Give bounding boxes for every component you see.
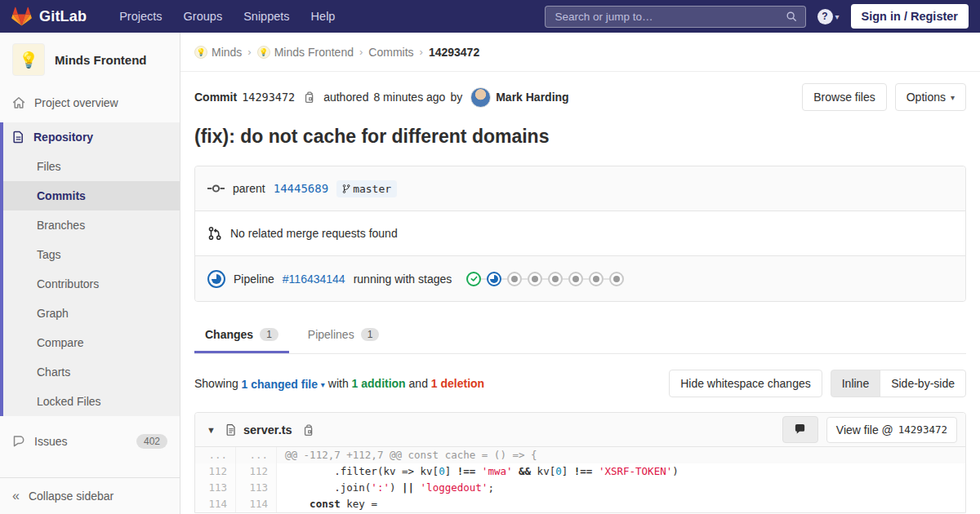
- branch-name: master: [353, 183, 391, 195]
- copy-commit-sha-button[interactable]: [300, 89, 318, 105]
- new-line-number[interactable]: 114: [236, 496, 277, 512]
- global-search[interactable]: [545, 6, 806, 28]
- issues-count-badge: 402: [136, 434, 167, 449]
- sign-in-button[interactable]: Sign in / Register: [851, 4, 969, 29]
- created-dot: [572, 276, 579, 282]
- nav-menu-item-help[interactable]: Help: [303, 6, 344, 27]
- help-menu[interactable]: ? ▾: [817, 9, 840, 24]
- old-line-number[interactable]: 113: [195, 480, 236, 496]
- breadcrumb-label: Minds: [212, 46, 242, 59]
- stage-connector: [583, 278, 589, 280]
- new-line-number[interactable]: ...: [236, 447, 277, 463]
- stage-icon-8-created[interactable]: [609, 272, 624, 286]
- copy-file-path-button[interactable]: [299, 422, 318, 438]
- browse-files-button[interactable]: Browse files: [802, 83, 886, 111]
- deletions-count: 1 deletion: [431, 377, 484, 390]
- breadcrumb-item-minds[interactable]: 💡Minds: [194, 46, 242, 59]
- branch-badge[interactable]: master: [336, 180, 397, 197]
- diff-stats-bar: Showing 1 changed file ▾ with 1 addition…: [194, 370, 966, 397]
- breadcrumb-item-commits[interactable]: Commits: [368, 46, 413, 59]
- sidebar-item-commits[interactable]: Commits: [3, 181, 180, 210]
- tab-changes[interactable]: Changes1: [194, 318, 289, 353]
- new-line-number[interactable]: 113: [236, 480, 277, 496]
- old-line-number[interactable]: ...: [195, 447, 236, 463]
- stage-connector: [542, 278, 548, 280]
- sidebar-item-compare[interactable]: Compare: [3, 328, 180, 357]
- stage-icon-5-created[interactable]: [548, 272, 563, 286]
- options-button[interactable]: Options ▾: [895, 83, 966, 111]
- content-area: 💡Minds›💡Minds Frontend›Commits›14293472 …: [180, 33, 980, 514]
- commit-sha: 14293472: [242, 91, 295, 104]
- gitlab-home-link[interactable]: GitLab: [11, 7, 87, 26]
- main-panel: Commit 14293472 authored 8 minutes ago b…: [180, 72, 980, 513]
- tab-label: Changes: [205, 328, 253, 341]
- nav-menu-item-groups[interactable]: Groups: [176, 6, 231, 27]
- sidebar-item-locked-files[interactable]: Locked Files: [3, 387, 180, 416]
- diff-row: ......@@ -112,7 +112,7 @@ const cache = …: [195, 447, 965, 463]
- file-collapse-caret[interactable]: ▼: [203, 425, 219, 435]
- sidebar-item-project-overview[interactable]: Project overview: [0, 88, 180, 117]
- line-content: @@ -112,7 +112,7 @@ const cache = () => …: [277, 447, 965, 463]
- stage-icon-2-running[interactable]: [487, 272, 501, 286]
- inline-button[interactable]: Inline: [831, 370, 880, 397]
- commit-actions: Browse files Options ▾: [802, 83, 966, 111]
- collapse-label: Collapse sidebar: [29, 490, 114, 503]
- stage-icon-3-created[interactable]: [507, 272, 522, 286]
- sidebar-item-files[interactable]: Files: [3, 152, 180, 181]
- nav-menu: ProjectsGroupsSnippetsHelp: [111, 6, 343, 27]
- stage-icon-7-created[interactable]: [589, 272, 604, 286]
- pipeline-link[interactable]: #116434144: [283, 273, 345, 286]
- copy-icon: [302, 423, 314, 436]
- pipeline-status-text: running with stages: [354, 273, 452, 286]
- view-file-sha: 14293472: [898, 423, 947, 436]
- sidebar-item-charts[interactable]: Charts: [3, 357, 180, 387]
- commit-info-box: parent 14445689 master: [194, 166, 966, 302]
- sidebar-item-issues[interactable]: Issues 402: [0, 426, 180, 457]
- collapse-icon: «: [12, 490, 20, 503]
- author-avatar[interactable]: [470, 87, 491, 108]
- sidebar-item-contributors[interactable]: Contributors: [3, 269, 180, 299]
- nav-menu-item-projects[interactable]: Projects: [111, 6, 170, 27]
- tab-pipelines[interactable]: Pipelines1: [297, 318, 390, 353]
- commit-parent-row: parent 14445689 master: [195, 166, 965, 211]
- stage-icon-1-success[interactable]: [466, 272, 481, 286]
- sidebar-project[interactable]: 💡 Minds Frontend: [0, 33, 180, 88]
- sidebar-item-branches[interactable]: Branches: [3, 210, 180, 240]
- stage-icon-6-created[interactable]: [568, 272, 583, 286]
- issues-icon: [12, 435, 25, 448]
- breadcrumb: 💡Minds›💡Minds Frontend›Commits›14293472: [180, 33, 980, 72]
- commit-title: (fix): do not cache for different domain…: [194, 126, 966, 148]
- sidebar-item-repository[interactable]: Repository: [3, 122, 180, 152]
- parent-label: parent: [233, 182, 265, 195]
- side-by-side-button[interactable]: Side-by-side: [880, 370, 966, 397]
- parent-sha-link[interactable]: 14445689: [274, 182, 328, 195]
- diff-stats-text: Showing 1 changed file ▾ with 1 addition…: [194, 376, 484, 391]
- file-name[interactable]: server.ts: [243, 423, 292, 436]
- sidebar-item-label: Project overview: [34, 96, 118, 109]
- hide-whitespace-button[interactable]: Hide whitespace changes: [669, 370, 822, 397]
- created-dot: [552, 276, 559, 282]
- changed-files-dropdown[interactable]: 1 changed file ▾: [242, 377, 325, 390]
- view-file-button[interactable]: View file @ 14293472: [826, 417, 957, 443]
- pipeline-status-icon[interactable]: [207, 270, 225, 288]
- tab-count-badge: 1: [260, 328, 278, 341]
- collapse-sidebar-button[interactable]: « Collapse sidebar: [0, 477, 180, 514]
- pipeline-mini-graph: [466, 272, 624, 286]
- stage-connector: [563, 278, 568, 280]
- stage-icon-4-created[interactable]: [528, 272, 542, 286]
- new-line-number[interactable]: 112: [236, 463, 277, 480]
- old-line-number[interactable]: 114: [195, 496, 236, 512]
- breadcrumb-item-minds-frontend[interactable]: 💡Minds Frontend: [257, 46, 354, 59]
- by-label: by: [450, 91, 462, 104]
- author-name[interactable]: Mark Harding: [496, 91, 568, 104]
- sidebar-item-graph[interactable]: Graph: [3, 299, 180, 328]
- old-line-number[interactable]: 112: [195, 463, 236, 480]
- breadcrumb-label: Commits: [368, 46, 413, 59]
- diff-row: 113113 .join(':') || 'loggedout';: [195, 480, 965, 496]
- global-search-input[interactable]: [554, 10, 786, 24]
- nav-menu-item-snippets[interactable]: Snippets: [235, 6, 297, 27]
- comment-button[interactable]: [782, 416, 818, 443]
- diff-view-controls: Hide whitespace changes Inline Side-by-s…: [669, 370, 966, 397]
- sidebar-item-tags[interactable]: Tags: [3, 240, 180, 269]
- navbar-right: ? ▾ Sign in / Register: [545, 4, 969, 29]
